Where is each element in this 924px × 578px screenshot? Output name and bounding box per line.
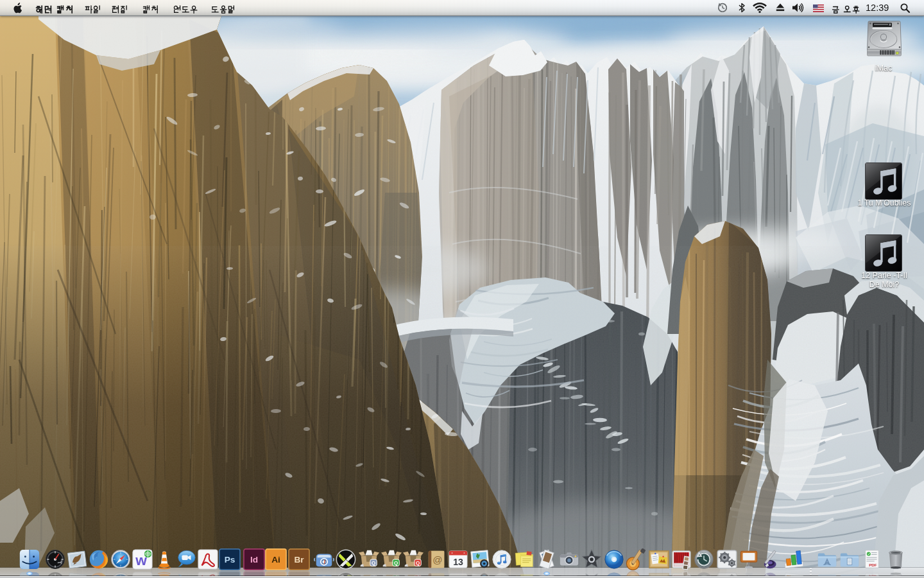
svg-text:@: @ [432, 554, 442, 565]
svg-text:Q: Q [394, 560, 398, 566]
svg-text:13: 13 [453, 557, 463, 567]
svg-text:PDF: PDF [869, 563, 877, 567]
svg-text:Q: Q [372, 560, 375, 566]
svg-text:Br: Br [294, 555, 304, 565]
svg-text:13: 13 [453, 575, 463, 577]
svg-text:w: w [135, 573, 147, 576]
svg-text:Id: Id [250, 555, 258, 565]
svg-text:Q: Q [394, 575, 398, 576]
svg-text:Q: Q [416, 560, 420, 566]
svg-text:Ps: Ps [225, 555, 235, 565]
svg-text:Q: Q [416, 575, 420, 576]
svg-text:PDF: PDF [869, 574, 877, 576]
svg-text:Ai: Ai [271, 555, 280, 565]
svg-text:Q: Q [372, 575, 375, 576]
